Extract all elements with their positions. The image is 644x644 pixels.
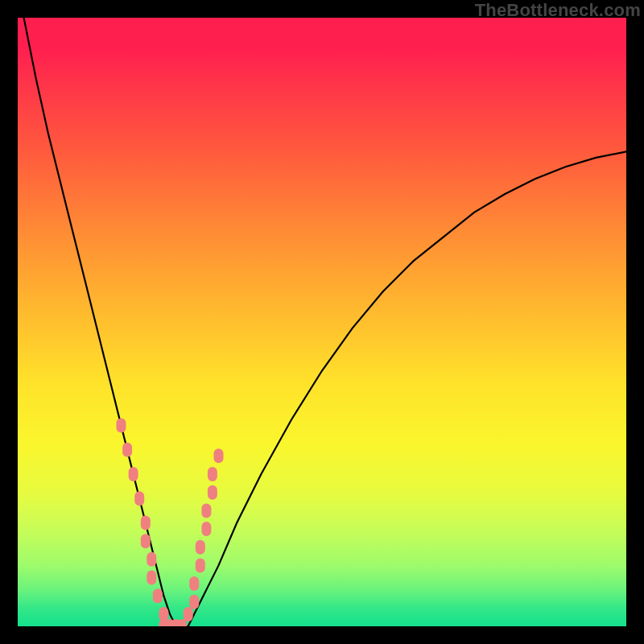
marker-dot bbox=[147, 571, 156, 585]
marker-dot bbox=[189, 595, 199, 609]
curve-layer bbox=[18, 18, 626, 626]
marker-dot bbox=[189, 576, 199, 591]
chart-frame: TheBottleneck.com bbox=[0, 0, 644, 644]
marker-dot bbox=[141, 534, 151, 548]
marker-dot bbox=[147, 552, 156, 567]
marker-dot bbox=[117, 419, 126, 433]
marker-dot bbox=[201, 503, 211, 518]
bottleneck-curve bbox=[24, 18, 626, 626]
plot-area bbox=[18, 18, 626, 626]
marker-dot bbox=[153, 588, 163, 603]
marker-dot bbox=[208, 467, 217, 481]
marker-dot bbox=[122, 443, 132, 457]
marker-dot bbox=[196, 540, 205, 555]
marker-dot bbox=[201, 522, 211, 536]
marker-dot bbox=[214, 448, 224, 463]
marker-dots bbox=[117, 419, 224, 627]
marker-dot bbox=[141, 516, 151, 530]
marker-dot bbox=[184, 607, 193, 621]
marker-dot bbox=[134, 491, 144, 506]
marker-dot bbox=[129, 467, 138, 481]
marker-dot bbox=[208, 485, 217, 500]
marker-dot bbox=[196, 558, 205, 572]
